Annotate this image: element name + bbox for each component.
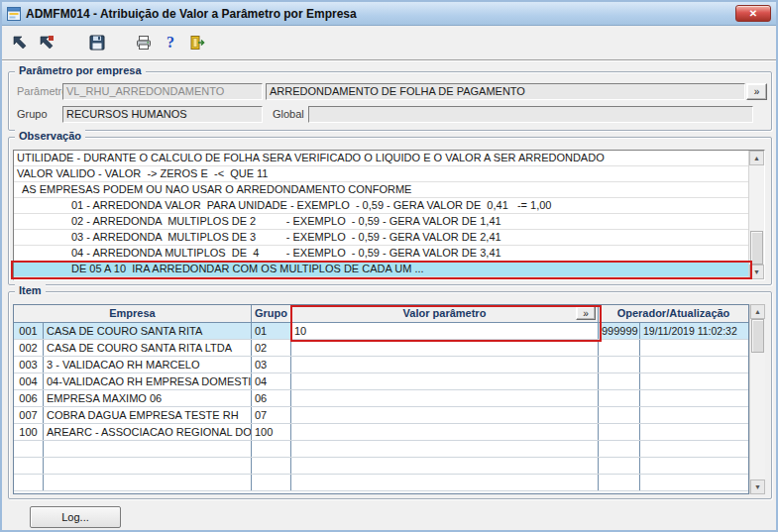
cell-atualizacao (640, 424, 748, 440)
scroll-up-icon[interactable]: ▲ (749, 151, 764, 165)
cell-num: 004 (14, 373, 44, 389)
item-scrollbar[interactable]: ▲ ▼ (749, 304, 765, 494)
item-grid-wrap: Empresa Grupo Valor parâmetro » Operador… (13, 304, 765, 494)
cell-empresa: CASA DE COURO SANTA RITA (44, 323, 252, 339)
valor-zoom-button[interactable]: » (576, 306, 596, 320)
scroll-up-icon[interactable]: ▲ (750, 304, 765, 319)
close-button[interactable]: ✕ (735, 5, 771, 22)
scroll-down-icon[interactable]: ▼ (749, 265, 764, 279)
print-button[interactable] (132, 31, 156, 54)
observacao-scroll-track[interactable] (749, 165, 764, 265)
cell-valor (291, 475, 599, 490)
parametro-zoom-button[interactable]: » (746, 83, 767, 100)
observacao-scroll-thumb[interactable] (750, 231, 763, 265)
global-field[interactable] (308, 106, 753, 123)
table-row-selected[interactable]: 001 CASA DE COURO SANTA RITA 01 10 99999… (14, 323, 748, 340)
cell-operador (599, 340, 640, 356)
column-header-valor-label: Valor parâmetro (403, 307, 487, 319)
cell-num: 006 (14, 390, 44, 406)
cell-operador: 999999 (599, 323, 640, 339)
observacao-line[interactable]: VALOR VALIDO - VALOR -> ZEROS E -< QUE 1… (14, 166, 748, 182)
cell-empresa: 04-VALIDACAO RH EMPRESA DOMESTIC. (44, 373, 252, 389)
cell-num: 001 (14, 323, 44, 339)
floppy-disk-icon (88, 34, 106, 52)
observacao-line[interactable]: 03 - ARREDONDA MULTIPLOS DE 3 - EXEMPLO … (14, 230, 748, 246)
zoom-chevrons-icon: » (583, 308, 589, 319)
item-scroll-track[interactable] (750, 319, 765, 479)
column-header-operador[interactable]: Operador/Atualização (599, 305, 748, 322)
cell-num (14, 441, 44, 457)
cell-grupo: 02 (252, 340, 291, 356)
cell-empresa (44, 441, 252, 457)
cell-num (14, 475, 44, 490)
table-row[interactable]: 007 COBRA DAGUA EMPRESA TESTE RH 07 (14, 407, 748, 424)
observacao-line[interactable]: 01 - ARREDONDA VALOR PARA UNIDADE - EXEM… (14, 198, 748, 214)
grid-header: Empresa Grupo Valor parâmetro » Operador… (14, 305, 748, 323)
window-title: ADMFM014 - Atribuição de Valor a Parâmet… (26, 7, 357, 21)
table-row[interactable]: 100 AREARC - ASSOCIACAO REGIONAL DOS 100 (14, 424, 748, 441)
scroll-down-icon[interactable]: ▼ (750, 479, 765, 494)
cell-atualizacao (640, 441, 748, 457)
cell-grupo: 100 (252, 424, 291, 440)
arrow-upleft-button[interactable] (8, 31, 32, 54)
cell-atualizacao (640, 373, 748, 389)
table-row[interactable]: 002 CASA DE COURO SANTA RITA LTDA 02 (14, 340, 748, 357)
cell-atualizacao (640, 357, 748, 372)
table-row-empty[interactable] (14, 475, 748, 491)
cell-operador (599, 441, 640, 457)
observacao-line[interactable]: UTILIDADE - DURANTE O CALCULO DE FOLHA S… (14, 151, 748, 166)
exit-button[interactable] (185, 31, 209, 54)
table-row-empty[interactable] (14, 458, 748, 475)
observacao-line[interactable]: 04 - ARREDONDA MULTIPLOS DE 4 - EXEMPLO … (14, 246, 748, 262)
column-header-grupo[interactable]: Grupo (252, 305, 291, 322)
cell-valor (291, 407, 599, 423)
save-button[interactable] (85, 31, 109, 54)
title-bar[interactable]: ADMFM014 - Atribuição de Valor a Parâmet… (2, 2, 776, 26)
log-button[interactable]: Log... (30, 506, 121, 528)
table-row-empty[interactable] (14, 441, 748, 458)
cell-num: 002 (14, 340, 44, 356)
arrow-upleft-icon (11, 34, 29, 52)
arrow-upleft-plus-button[interactable] (35, 31, 58, 54)
cell-valor (291, 441, 599, 457)
observacao-line-selected[interactable]: DE 05 A 10 IRA ARREDONDAR COM OS MULTIPL… (14, 262, 748, 277)
cell-operador (599, 424, 640, 440)
cell-valor (291, 357, 599, 372)
cell-num: 003 (14, 357, 44, 372)
parametro-desc-field[interactable]: ARREDONDAMENTO DE FOLHA DE PAGAMENTO (266, 83, 745, 100)
cell-atualizacao (640, 475, 748, 490)
table-row[interactable]: 006 EMPRESA MAXIMO 06 06 (14, 390, 748, 407)
app-window: ADMFM014 - Atribuição de Valor a Parâmet… (0, 0, 778, 532)
cell-empresa (44, 475, 252, 490)
grupo-label: Grupo (17, 108, 48, 120)
cell-operador (599, 357, 640, 372)
table-row[interactable]: 003 3 - VALIDACAO RH MARCELO 03 (14, 357, 748, 373)
item-scroll-thumb[interactable] (751, 319, 764, 353)
global-label: Global (273, 108, 304, 120)
observacao-line[interactable]: 02 - ARREDONDA MULTIPLOS DE 2 - EXEMPLO … (14, 214, 748, 230)
column-header-valor[interactable]: Valor parâmetro » (291, 305, 599, 322)
help-button[interactable]: ? (159, 31, 182, 54)
cell-operador (599, 390, 640, 406)
question-mark-icon: ? (167, 34, 174, 52)
column-header-empresa[interactable]: Empresa (14, 305, 252, 322)
parametro-groupbox: Parâmetro por empresa Parâmetro VL_RHU_A… (8, 71, 772, 131)
zoom-chevrons-icon: » (754, 86, 760, 97)
cell-operador (599, 458, 640, 474)
item-groupbox: Item Empresa Grupo Valor parâmetro » Ope… (8, 291, 772, 499)
toolbar-separator (2, 59, 776, 61)
grupo-field[interactable]: RECURSOS HUMANOS (62, 106, 263, 123)
cell-grupo: 01 (252, 323, 291, 339)
observacao-scrollbar[interactable]: ▲ ▼ (748, 151, 764, 279)
cell-atualizacao (640, 340, 748, 356)
cell-atualizacao (640, 458, 748, 474)
cell-atualizacao: 19/11/2019 11:02:32 (640, 323, 748, 339)
observacao-line[interactable]: AS EMPRESAS PODEM OU NAO USAR O ARREDOND… (14, 182, 748, 198)
cell-grupo (252, 441, 291, 457)
cell-empresa: COBRA DAGUA EMPRESA TESTE RH (44, 407, 252, 423)
toolbar: ? (8, 29, 209, 56)
cell-empresa: 3 - VALIDACAO RH MARCELO (44, 357, 252, 372)
cell-operador (599, 475, 640, 490)
parametro-code-field[interactable]: VL_RHU_ARREDONDAMENTO (62, 83, 263, 100)
table-row[interactable]: 004 04-VALIDACAO RH EMPRESA DOMESTIC. 04 (14, 373, 748, 390)
